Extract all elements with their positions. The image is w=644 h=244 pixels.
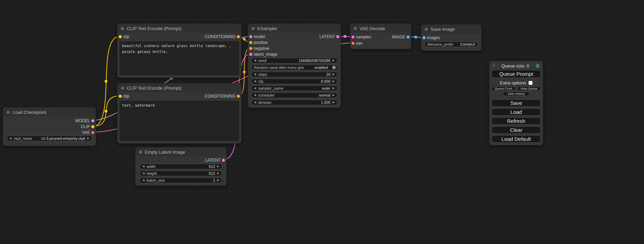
decrement-arrow-icon[interactable]: ◀: [254, 59, 256, 62]
widget-value: 512: [209, 171, 215, 175]
input-slot-images[interactable]: [423, 36, 426, 39]
collapse-dot-icon[interactable]: [139, 151, 142, 154]
increment-arrow-icon[interactable]: ▶: [217, 165, 219, 168]
drag-handle-icon[interactable]: ⠿: [492, 64, 495, 68]
node-clip-text-encode-negative[interactable]: CLIP Text Encode (Prompt) clip CONDITION…: [117, 83, 241, 144]
output-slot-latent[interactable]: [336, 35, 339, 38]
output-slot-image[interactable]: [407, 36, 410, 39]
widget-value: normal: [319, 93, 330, 97]
decrement-arrow-icon[interactable]: ◀: [254, 94, 256, 97]
increment-arrow-icon[interactable]: ▶: [333, 87, 335, 90]
widget-label: cfg: [258, 79, 263, 83]
increment-arrow-icon[interactable]: ▶: [333, 101, 335, 104]
decrement-arrow-icon[interactable]: ◀: [254, 101, 256, 104]
queue-panel[interactable]: ⠿ Queue size: 0 ⚙ Queue Prompt Extra opt…: [489, 61, 543, 145]
load-button[interactable]: Load: [492, 108, 541, 116]
collapse-dot-icon[interactable]: [7, 111, 10, 114]
collapse-dot-icon[interactable]: [121, 87, 124, 90]
node-title: Empty Latent Image: [145, 150, 185, 155]
node-ksampler[interactable]: KSampler model positive negative latent_…: [248, 24, 341, 108]
input-slot-clip[interactable]: [119, 95, 122, 98]
increment-arrow-icon[interactable]: ▶: [333, 59, 335, 62]
input-label-images: images: [427, 35, 440, 40]
node-titlebar[interactable]: KSampler: [248, 24, 341, 33]
collapse-dot-icon[interactable]: [425, 28, 428, 31]
view-history-button[interactable]: View History: [503, 92, 529, 96]
increment-arrow-icon[interactable]: ▶: [333, 94, 335, 97]
decrement-arrow-icon[interactable]: ◀: [142, 172, 144, 175]
view-queue-button[interactable]: View Queue: [517, 87, 541, 91]
clear-button[interactable]: Clear: [492, 126, 541, 134]
save-button[interactable]: Save: [492, 99, 541, 107]
input-slot-negative[interactable]: [249, 47, 253, 50]
node-titlebar[interactable]: Load Checkpoint: [3, 108, 96, 117]
node-titlebar[interactable]: CLIP Text Encode (Prompt): [117, 24, 241, 33]
node-vae-decode[interactable]: VAE Decode samples vae IMAGE: [350, 24, 411, 49]
output-slot-model[interactable]: [91, 119, 95, 123]
scheduler-widget[interactable]: ◀ scheduler normal ▶: [251, 92, 337, 98]
widget-label: sampler_name: [258, 86, 283, 90]
seed-toggle-icon[interactable]: [332, 66, 336, 69]
input-slot-vae[interactable]: [352, 42, 355, 45]
comfyui-canvas[interactable]: Load Checkpoint MODEL CLIP VAE ◀ ckpt_na…: [0, 0, 644, 244]
denoise-widget[interactable]: ◀ denoise 1.000 ▶: [251, 100, 337, 105]
increment-arrow-icon[interactable]: ▶: [87, 137, 89, 140]
widget-label: steps: [258, 72, 267, 76]
input-slot-clip[interactable]: [119, 35, 122, 38]
height-widget[interactable]: ◀ height 512 ▶: [140, 171, 222, 176]
output-slot-latent[interactable]: [222, 159, 225, 162]
output-slot-clip[interactable]: [91, 125, 95, 128]
output-slot-vae[interactable]: [91, 131, 95, 134]
queue-front-button[interactable]: Queue Front: [492, 87, 515, 91]
input-slot-latent-image[interactable]: [249, 53, 253, 56]
ckpt-name-widget[interactable]: ◀ ckpt_name v1-5-pruned-emaonly.ckpt ▶: [7, 136, 92, 141]
decrement-arrow-icon[interactable]: ◀: [254, 80, 256, 83]
widget-value: enabled: [315, 65, 328, 70]
output-slot-conditioning[interactable]: [237, 35, 240, 38]
node-empty-latent-image[interactable]: Empty Latent Image LATENT ◀ width 512 ▶ …: [135, 147, 227, 186]
width-widget[interactable]: ◀ width 512 ▶: [140, 164, 222, 169]
collapse-dot-icon[interactable]: [354, 27, 357, 30]
filename-prefix-widget[interactable]: filename_prefix ComfyUI: [425, 42, 478, 47]
decrement-arrow-icon[interactable]: ◀: [142, 179, 144, 182]
wire-dot-clip-2: [105, 110, 107, 112]
batch-size-widget[interactable]: ◀ batch_size 1 ▶: [140, 178, 222, 183]
seed-widget[interactable]: ◀ seed 156680208700286 ▶: [251, 58, 337, 63]
collapse-dot-icon[interactable]: [252, 27, 255, 30]
prompt-textarea[interactable]: text, watermark: [120, 101, 239, 141]
node-titlebar[interactable]: Empty Latent Image: [135, 147, 226, 156]
node-titlebar[interactable]: Save Image: [421, 25, 481, 34]
node-title: Load Checkpoint: [12, 110, 46, 115]
increment-arrow-icon[interactable]: ▶: [217, 172, 219, 175]
sampler-name-widget[interactable]: ◀ sampler_name euler ▶: [251, 85, 337, 91]
collapse-dot-icon[interactable]: [121, 27, 124, 30]
node-clip-text-encode-positive[interactable]: CLIP Text Encode (Prompt) clip CONDITION…: [117, 24, 241, 78]
decrement-arrow-icon[interactable]: ◀: [254, 73, 256, 76]
output-slot-conditioning[interactable]: [237, 95, 240, 98]
refresh-button[interactable]: Refresh: [492, 117, 541, 125]
load-default-button[interactable]: Load Default: [492, 135, 541, 143]
node-titlebar[interactable]: CLIP Text Encode (Prompt): [117, 83, 241, 92]
widget-value: 156680208700286: [299, 58, 330, 63]
input-slot-samples[interactable]: [352, 36, 355, 39]
input-slot-positive[interactable]: [249, 41, 253, 44]
decrement-arrow-icon[interactable]: ◀: [9, 137, 11, 140]
queue-prompt-button[interactable]: Queue Prompt: [492, 70, 541, 78]
prompt-textarea[interactable]: beautiful scenery nature glass bottle la…: [120, 41, 239, 75]
increment-arrow-icon[interactable]: ▶: [333, 73, 335, 76]
node-titlebar[interactable]: VAE Decode: [350, 24, 411, 33]
increment-arrow-icon[interactable]: ▶: [217, 179, 219, 182]
widget-value: 512: [209, 164, 215, 169]
input-label-vae: vae: [356, 41, 362, 46]
steps-widget[interactable]: ◀ steps 20 ▶: [251, 72, 337, 77]
decrement-arrow-icon[interactable]: ◀: [142, 165, 144, 168]
random-seed-widget[interactable]: Random seed after every gen enabled: [251, 65, 337, 70]
input-slot-model[interactable]: [249, 35, 253, 38]
node-load-checkpoint[interactable]: Load Checkpoint MODEL CLIP VAE ◀ ckpt_na…: [3, 107, 96, 146]
gear-icon[interactable]: ⚙: [536, 63, 540, 69]
decrement-arrow-icon[interactable]: ◀: [254, 87, 256, 90]
extra-options-checkbox[interactable]: [529, 81, 532, 85]
increment-arrow-icon[interactable]: ▶: [333, 80, 335, 83]
cfg-widget[interactable]: ◀ cfg 8.000 ▶: [251, 79, 337, 84]
node-save-image[interactable]: Save Image images filename_prefix ComfyU…: [421, 24, 482, 51]
